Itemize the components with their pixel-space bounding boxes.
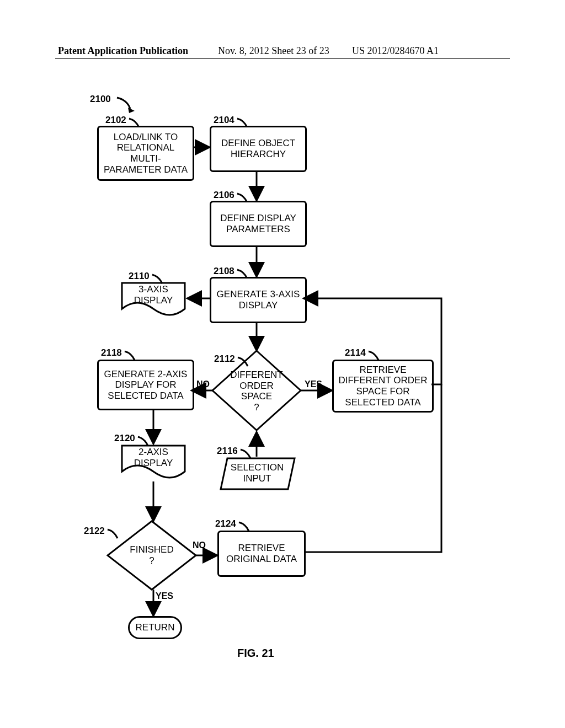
node-2122-text: FINISHED ? [130, 544, 173, 566]
ref-2118: 2118 [101, 347, 122, 358]
ref-2116: 2116 [217, 446, 238, 457]
ref-2102: 2102 [105, 115, 126, 126]
ref-2104: 2104 [214, 115, 234, 126]
node-2106-text: DEFINE DISPLAY PARAMETERS [220, 213, 296, 234]
node-return-text: RETURN [136, 622, 175, 633]
node-2116-text: SELECTION INPUT [231, 462, 284, 484]
node-2108-generate-3axis: GENERATE 3-AXIS DISPLAY [210, 277, 307, 323]
edge-2112-no: NO [196, 379, 210, 389]
node-2104-define-hierarchy: DEFINE OBJECT HIERARCHY [210, 126, 307, 172]
ref-2120: 2120 [114, 433, 135, 444]
patent-page: Patent Application Publication Nov. 8, 2… [0, 0, 565, 728]
hook-2100 [116, 97, 138, 113]
node-2112-text: DIFFERENT ORDER SPACE ? [230, 370, 282, 413]
node-return: RETURN [128, 616, 182, 639]
node-2118-generate-2axis: GENERATE 2-AXIS DISPLAY FOR SELECTED DAT… [97, 360, 194, 410]
node-2124-text: RETRIEVE ORIGINAL DATA [226, 543, 297, 564]
ref-2110: 2110 [129, 271, 150, 282]
node-2116-selection-input: SELECTION INPUT [223, 462, 291, 484]
edge-2112-yes: YES [305, 379, 322, 389]
node-2112-different-order: DIFFERENT ORDER SPACE ? [227, 370, 286, 413]
figure-caption: FIG. 21 [237, 647, 274, 660]
ref-2124: 2124 [215, 518, 236, 529]
node-2114-text: RETRIEVE DIFFERENT ORDER SPACE FOR SELEC… [338, 365, 427, 408]
edge-2122-yes: YES [156, 591, 173, 601]
header-right: US 2012/0284670 A1 [352, 45, 439, 57]
ref-2100: 2100 [90, 94, 111, 105]
node-2104-text: DEFINE OBJECT HIERARCHY [221, 138, 295, 159]
header-rule [55, 58, 510, 59]
node-2102-load-link: LOAD/LINK TO RELATIONAL MULTI- PARAMETER… [97, 126, 194, 181]
node-2120-text: 2-AXIS DISPLAY [134, 447, 173, 468]
node-2118-text: GENERATE 2-AXIS DISPLAY FOR SELECTED DAT… [104, 369, 188, 402]
node-2110-3axis-display: 3-AXIS DISPLAY [120, 281, 186, 309]
header-left: Patent Application Publication [58, 45, 188, 57]
ref-2114: 2114 [345, 347, 366, 358]
ref-2122: 2122 [84, 526, 105, 537]
node-2124-retrieve-original: RETRIEVE ORIGINAL DATA [217, 531, 306, 577]
node-2106-define-display: DEFINE DISPLAY PARAMETERS [210, 201, 307, 247]
node-2122-finished: FINISHED ? [127, 544, 177, 566]
node-2110-text: 3-AXIS DISPLAY [134, 284, 173, 306]
ref-2108: 2108 [214, 266, 234, 277]
node-2120-2axis-display: 2-AXIS DISPLAY [120, 444, 186, 472]
svg-marker-0 [128, 108, 135, 113]
edge-2122-no: NO [193, 540, 206, 550]
node-2108-text: GENERATE 3-AXIS DISPLAY [217, 289, 300, 311]
ref-2106: 2106 [214, 190, 234, 201]
header-mid: Nov. 8, 2012 Sheet 23 of 23 [218, 45, 329, 57]
node-2114-retrieve-space: RETRIEVE DIFFERENT ORDER SPACE FOR SELEC… [332, 360, 434, 413]
node-2102-text: LOAD/LINK TO RELATIONAL MULTI- PARAMETER… [104, 132, 188, 175]
